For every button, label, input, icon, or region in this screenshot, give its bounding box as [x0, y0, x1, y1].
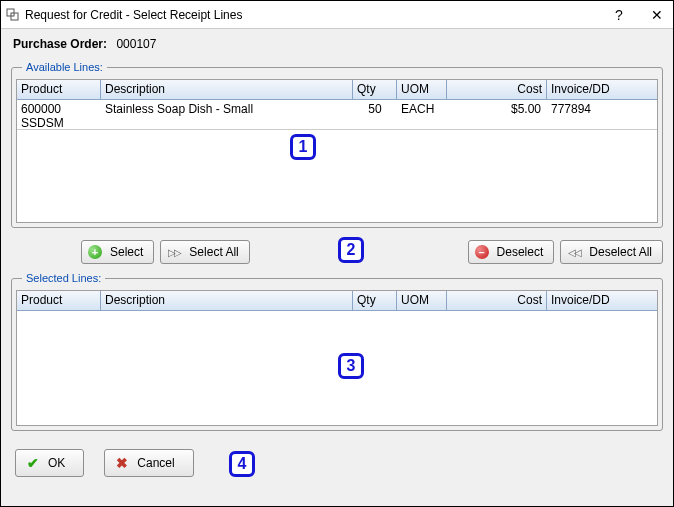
select-all-button[interactable]: ▷▷ Select All	[160, 240, 249, 264]
available-lines-legend: Available Lines:	[22, 61, 107, 73]
col-description[interactable]: Description	[101, 291, 353, 310]
window-title: Request for Credit - Select Receipt Line…	[25, 8, 609, 22]
col-description[interactable]: Description	[101, 80, 353, 99]
footer-buttons: ✔ OK ✖ Cancel	[11, 435, 663, 481]
cell-product: 600000 SSDSM	[17, 100, 101, 129]
ok-label: OK	[48, 456, 65, 470]
grid-header: Product Description Qty UOM Cost Invoice…	[17, 80, 657, 100]
window-controls: ? ✕	[609, 7, 667, 23]
dialog-window: Request for Credit - Select Receipt Line…	[0, 0, 674, 507]
selected-lines-legend: Selected Lines:	[22, 272, 105, 284]
col-qty[interactable]: Qty	[353, 291, 397, 310]
col-product[interactable]: Product	[17, 80, 101, 99]
cell-description: Stainless Soap Dish - Small	[101, 100, 353, 129]
cell-cost: $5.00	[447, 100, 547, 129]
available-lines-grid[interactable]: Product Description Qty UOM Cost Invoice…	[16, 79, 658, 223]
grid-header: Product Description Qty UOM Cost Invoice…	[17, 291, 657, 311]
double-right-icon: ▷▷	[167, 245, 181, 259]
col-uom[interactable]: UOM	[397, 291, 447, 310]
select-button[interactable]: + Select	[81, 240, 154, 264]
minus-icon: –	[475, 245, 489, 259]
titlebar: Request for Credit - Select Receipt Line…	[1, 1, 673, 29]
app-icon	[5, 7, 21, 23]
col-uom[interactable]: UOM	[397, 80, 447, 99]
col-qty[interactable]: Qty	[353, 80, 397, 99]
col-invoice[interactable]: Invoice/DD	[547, 80, 657, 99]
deselect-all-label: Deselect All	[589, 245, 652, 259]
x-icon: ✖	[115, 456, 129, 470]
selection-buttons-row: + Select ▷▷ Select All – Deselect ◁◁ Des…	[11, 232, 663, 272]
plus-icon: +	[88, 245, 102, 259]
select-all-label: Select All	[189, 245, 238, 259]
check-icon: ✔	[26, 456, 40, 470]
close-button[interactable]: ✕	[647, 7, 667, 23]
selected-lines-grid[interactable]: Product Description Qty UOM Cost Invoice…	[16, 290, 658, 426]
deselect-all-button[interactable]: ◁◁ Deselect All	[560, 240, 663, 264]
cancel-label: Cancel	[137, 456, 174, 470]
cell-invoice: 777894	[547, 100, 657, 129]
ok-button[interactable]: ✔ OK	[15, 449, 84, 477]
col-cost[interactable]: Cost	[447, 80, 547, 99]
po-value: 000107	[116, 37, 156, 51]
selected-lines-group: Selected Lines: Product Description Qty …	[11, 272, 663, 431]
cancel-button[interactable]: ✖ Cancel	[104, 449, 193, 477]
col-cost[interactable]: Cost	[447, 291, 547, 310]
cell-uom: EACH	[397, 100, 447, 129]
cell-qty: 50	[353, 100, 397, 129]
table-row[interactable]: 600000 SSDSM Stainless Soap Dish - Small…	[17, 100, 657, 130]
double-left-icon: ◁◁	[567, 245, 581, 259]
deselect-button[interactable]: – Deselect	[468, 240, 555, 264]
col-invoice[interactable]: Invoice/DD	[547, 291, 657, 310]
po-label: Purchase Order:	[13, 37, 107, 51]
available-lines-group: Available Lines: Product Description Qty…	[11, 61, 663, 228]
grid-body: 600000 SSDSM Stainless Soap Dish - Small…	[17, 100, 657, 222]
purchase-order-row: Purchase Order: 000107	[13, 37, 663, 51]
col-product[interactable]: Product	[17, 291, 101, 310]
grid-body	[17, 311, 657, 425]
deselect-label: Deselect	[497, 245, 544, 259]
help-button[interactable]: ?	[609, 7, 629, 23]
select-label: Select	[110, 245, 143, 259]
client-area: Purchase Order: 000107 Available Lines: …	[1, 29, 673, 506]
